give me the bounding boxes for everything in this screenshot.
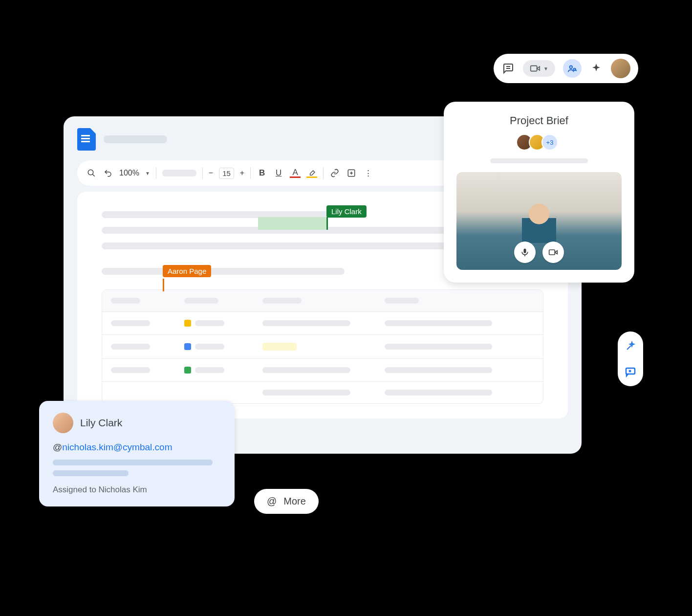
meet-panel: Project Brief +3 (444, 102, 634, 283)
undo-icon[interactable] (103, 168, 113, 178)
search-icon[interactable] (86, 168, 97, 178)
meet-title: Project Brief (456, 114, 622, 127)
svg-line-6 (92, 174, 95, 176)
font-size-input[interactable]: 15 (219, 168, 234, 179)
collaborator-cursor (326, 217, 328, 230)
share-button[interactable] (563, 59, 582, 78)
edit-comment-icon[interactable] (623, 364, 638, 379)
video-call-button[interactable]: ▼ (523, 60, 555, 77)
comment-text-line (53, 470, 129, 476)
mic-button[interactable] (514, 242, 536, 263)
table-header-row (102, 290, 543, 311)
more-tools-icon[interactable]: ⋮ (363, 168, 373, 178)
status-chip-icon (184, 320, 191, 327)
table[interactable] (102, 289, 543, 404)
underline-icon[interactable]: U (273, 168, 284, 178)
text-color-icon[interactable]: A (290, 168, 301, 178)
link-icon[interactable] (329, 168, 340, 178)
separator (202, 167, 203, 179)
collaborator-cursor (163, 279, 164, 291)
comment-mention[interactable]: @nicholas.kim@cymbal.com (53, 442, 221, 453)
font-size-increase[interactable]: + (240, 169, 244, 177)
collaborator-cursor-label: Lily Clark (326, 205, 367, 218)
insert-image-icon[interactable] (346, 168, 357, 178)
font-selector[interactable] (162, 170, 196, 176)
text-selection (258, 217, 326, 230)
top-toolbar: ▼ (494, 54, 638, 83)
table-row (102, 358, 543, 381)
side-rail (618, 331, 643, 386)
zoom-level[interactable]: 100% (119, 169, 139, 177)
status-chip-icon (184, 343, 191, 350)
comment-history-icon[interactable] (501, 62, 515, 75)
separator (156, 167, 156, 179)
comment-text-line (53, 460, 213, 465)
comment-author-name: Lily Clark (80, 417, 122, 429)
svg-point-3 (570, 66, 573, 69)
table-row (102, 334, 543, 358)
highlight-icon[interactable] (306, 168, 317, 178)
more-label: More (283, 496, 306, 507)
comment-author-avatar (53, 413, 73, 433)
more-button[interactable]: @ More (254, 489, 319, 514)
svg-point-5 (88, 170, 93, 175)
meet-subtitle-placeholder (490, 158, 588, 163)
font-size-decrease[interactable]: − (209, 169, 213, 177)
doc-title-placeholder[interactable] (104, 135, 167, 143)
sparkle-icon[interactable] (589, 62, 603, 75)
meet-participant-avatars[interactable]: +3 (456, 134, 622, 151)
status-chip-icon (184, 367, 191, 374)
magic-wand-icon[interactable] (623, 338, 638, 354)
table-row (102, 381, 543, 403)
camera-button[interactable] (542, 242, 564, 263)
text-line (102, 268, 345, 275)
highlighted-cell (262, 343, 297, 351)
comment-card[interactable]: Lily Clark @nicholas.kim@cymbal.com Assi… (39, 401, 235, 506)
svg-rect-2 (531, 66, 537, 71)
comment-assigned-to: Assigned to Nicholas Kim (53, 485, 221, 495)
meet-video-feed (456, 172, 622, 270)
separator (250, 167, 251, 179)
separator (323, 167, 324, 179)
chevron-down-icon: ▼ (543, 66, 548, 71)
at-icon: @ (267, 496, 277, 507)
more-participants-badge[interactable]: +3 (541, 134, 558, 151)
svg-rect-12 (549, 250, 555, 255)
collaborator-cursor-label: Aaron Page (163, 265, 211, 277)
table-row (102, 311, 543, 334)
docs-logo-icon[interactable] (77, 128, 96, 151)
bold-icon[interactable]: B (257, 168, 267, 178)
user-avatar[interactable] (611, 59, 630, 78)
zoom-dropdown-icon[interactable]: ▼ (145, 171, 150, 176)
